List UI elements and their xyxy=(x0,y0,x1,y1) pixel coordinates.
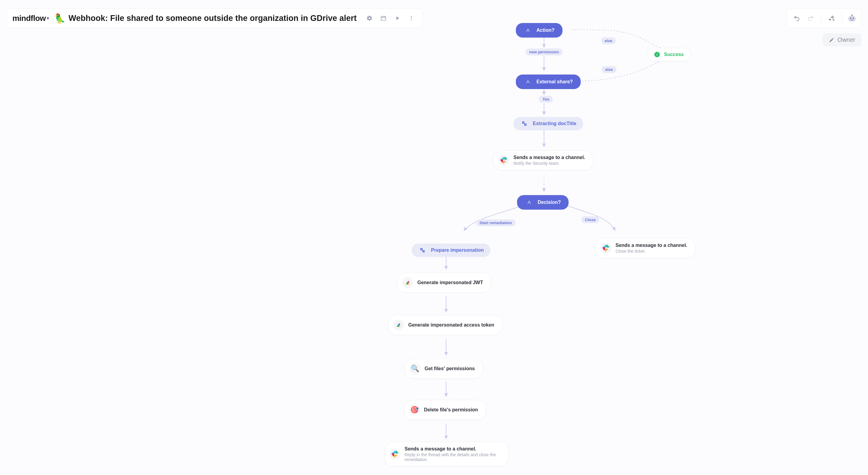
node-slack-close-title: Sends a message to a channel. xyxy=(616,243,687,248)
node-success-title: Success xyxy=(664,52,684,57)
branch-icon xyxy=(525,198,533,207)
node-prepare-title: Prepare impersonation xyxy=(431,248,484,253)
workflow-canvas[interactable]: else new permission else Yes Start remed… xyxy=(0,0,868,475)
node-get-perms[interactable]: 🔍 Get files' permissions xyxy=(404,359,483,379)
check-icon: ✓ xyxy=(654,52,660,57)
node-jwt-title: Generate impersonated JWT xyxy=(417,280,483,285)
node-slack-notify[interactable]: Sends a message to a channel. Notify the… xyxy=(493,150,593,170)
google-cloud-icon xyxy=(402,277,413,288)
node-get-perms-title: Get files' permissions xyxy=(425,366,475,371)
node-delete-perm[interactable]: 🎯 Delete file's permission xyxy=(404,400,486,420)
edge-label-else-2: else xyxy=(601,66,616,73)
node-slack-close-sub: Close the ticket. xyxy=(616,249,687,254)
slack-icon xyxy=(600,243,611,254)
node-external-share[interactable]: External share? xyxy=(516,74,581,89)
search-icon: 🔍 xyxy=(409,363,421,374)
node-action-title: Action? xyxy=(536,28,555,33)
target-icon: 🎯 xyxy=(409,404,420,415)
slack-icon xyxy=(498,155,509,166)
node-extracting[interactable]: Extracting docTitle xyxy=(514,117,583,130)
node-slack-close[interactable]: Sends a message to a channel. Close the … xyxy=(595,238,695,258)
branch-icon xyxy=(524,77,532,86)
node-slack-reply[interactable]: Sends a message to a channel. Reply in t… xyxy=(384,442,508,467)
node-slack-reply-sub: Reply in the thread with the details and… xyxy=(405,452,500,462)
node-token-title: Generate impersonated access token xyxy=(408,322,494,328)
edge-label-close: Close xyxy=(581,216,599,223)
google-cloud-icon xyxy=(393,320,404,330)
node-slack-notify-sub: Notify the Security team. xyxy=(514,161,585,166)
node-jwt[interactable]: Generate impersonated JWT xyxy=(397,273,491,293)
edge-label-start-remediation: Start remediation xyxy=(476,219,516,226)
node-decision-title: Decision? xyxy=(538,200,561,205)
node-action[interactable]: Action? xyxy=(516,23,562,38)
node-slack-notify-title: Sends a message to a channel. xyxy=(514,155,585,160)
branch-icon xyxy=(524,26,532,35)
node-decision[interactable]: Decision? xyxy=(517,195,568,210)
edge-label-yes: Yes xyxy=(539,96,553,103)
node-slack-reply-title: Sends a message to a channel. xyxy=(405,446,500,452)
edge-label-else: else xyxy=(601,37,616,44)
transform-icon xyxy=(520,119,529,128)
transform-icon xyxy=(418,246,427,254)
node-token[interactable]: Generate impersonated access token xyxy=(388,315,502,335)
node-delete-perm-title: Delete file's permission xyxy=(424,407,478,413)
node-success[interactable]: ✓ Success xyxy=(647,48,691,61)
node-prepare[interactable]: Prepare impersonation xyxy=(411,244,490,257)
edge-label-new-permission: new permission xyxy=(526,49,562,56)
node-external-share-title: External share? xyxy=(536,79,573,85)
slack-icon xyxy=(390,449,400,460)
node-extracting-title: Extracting docTitle xyxy=(533,121,577,126)
